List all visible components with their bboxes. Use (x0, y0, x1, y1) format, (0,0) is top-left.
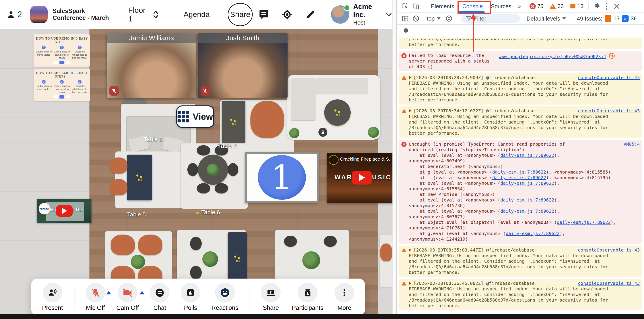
expand-arrow-icon[interactable] (409, 282, 411, 285)
message-text: FIREBASE WARNING: Using an unspecified i… (409, 253, 618, 275)
console-source-link[interactable]: consoleObservable.ts:43 (578, 75, 640, 80)
console-message-warning[interactable]: [2026-03-20T08:36:45.082Z] @firebase/dat… (398, 279, 642, 310)
console-settings-gear-icon[interactable] (402, 27, 409, 34)
chat-button[interactable]: Chat (150, 283, 170, 312)
console-message-warning[interactable]: [2026-03-20T08:35:03.447Z] @firebase/dat… (398, 246, 642, 277)
view-button[interactable]: View (176, 105, 214, 128)
table-label[interactable]: Table 1 (144, 136, 162, 143)
share-button[interactable]: Share (228, 10, 252, 19)
polls-button[interactable]: Polls (181, 283, 200, 312)
more-button[interactable]: More (334, 283, 354, 312)
mic-muted-badge (109, 86, 119, 96)
expand-arrow-icon[interactable] (409, 76, 411, 79)
tab-sources[interactable]: Sources (487, 0, 516, 13)
issue-icon (570, 3, 576, 9)
plant (302, 251, 320, 269)
console-source-link[interactable]: daily-esm.js:7:89622 (506, 231, 560, 236)
issues-count-badge[interactable]: 13 (570, 3, 584, 9)
present-button[interactable]: Present (42, 283, 63, 312)
device-toolbar-icon[interactable] (412, 3, 420, 10)
chair (138, 235, 162, 255)
console-source-link[interactable]: daily-esm.js:7:89622 (492, 175, 546, 180)
floor-selector[interactable]: Floor 1 (122, 6, 165, 23)
youtube-play-button[interactable] (352, 171, 372, 185)
settings-gear-icon[interactable] (593, 3, 600, 10)
device-options-caret[interactable] (106, 291, 111, 295)
console-source-link[interactable]: daily-esm.js:7:89622 (500, 181, 554, 186)
youtube-embed-remo[interactable]: How to use Re... remo (37, 199, 92, 223)
console-message-warning[interactable]: [2026-03-20T08:34:12.022Z] @firebase/dat… (398, 106, 642, 138)
context-selector[interactable]: top (427, 15, 435, 22)
reactions-button[interactable]: Reactions (212, 283, 238, 312)
locked-area-indicator (318, 128, 327, 137)
table-label[interactable]: Table 2 (218, 143, 237, 149)
window-bottom-edge (0, 314, 644, 319)
console-output[interactable]: /BroadcastQA/646acaa64ad94e28b588c37d/qu… (397, 37, 644, 314)
floor-map[interactable]: HOW TO USE REMO IN 3 EASY STEPS... 1Doub… (0, 29, 392, 314)
console-source-link[interactable]: daily-esm.js:7:89622 (557, 220, 611, 225)
mic-off-button[interactable]: Mic Off (86, 283, 105, 312)
console-source-link[interactable]: daily-esm.js:7:89622 (500, 197, 554, 203)
whiteboard[interactable]: 1 (245, 152, 319, 203)
error-count-badge[interactable]: 75 (529, 3, 544, 9)
toolbar-label: Reactions (212, 305, 238, 312)
error-icon (529, 3, 536, 9)
console-source-link[interactable]: www.googleapis.com/y…bzlbKevWXwB3aOK2k:1 (499, 54, 606, 59)
participants-button[interactable]: Participants (292, 283, 323, 312)
video-tile[interactable]: Josh Smith (198, 33, 288, 98)
poster-mini-icons (35, 95, 88, 99)
close-devtools-icon[interactable] (613, 3, 620, 10)
screen: 2 SalesSpark Conference - March Floor 1 … (0, 0, 644, 319)
console-message-warning[interactable]: [2026-03-20T08:28:23.909Z] @firebase/dat… (398, 73, 642, 105)
cam-off-button[interactable]: Cam Off (116, 283, 139, 312)
message-content: [2026-03-20T08:35:03.447Z] @firebase/dat… (409, 247, 640, 275)
decor-table (222, 101, 245, 149)
console-source-link[interactable]: consoleObservable.ts:43 (578, 247, 640, 253)
console-prompt[interactable] (397, 312, 644, 314)
mic-off-icon (111, 88, 117, 94)
youtube-play-button[interactable] (56, 205, 73, 217)
console-message-error-stack[interactable]: Uncaught (in promise) TypeError: Cannot … (398, 140, 642, 244)
participant-count[interactable]: 2 (7, 10, 22, 19)
video-tile[interactable]: Jamie Williams (107, 33, 196, 98)
table-label[interactable]: Table 5 (127, 211, 146, 218)
inspect-element-icon[interactable] (402, 3, 409, 10)
page-scrollbar[interactable] (392, 0, 396, 314)
console-source-link[interactable]: VM85:4 (624, 141, 640, 147)
tab-elements[interactable]: Elements (427, 0, 458, 13)
issues-badge-icon (605, 15, 611, 22)
more-tabs-button[interactable]: » (516, 3, 524, 10)
console-message-warn-clipped[interactable]: /BroadcastQA/646acaa64ad94e28b588c37d/qu… (398, 37, 642, 49)
device-options-caret[interactable] (140, 291, 144, 295)
console-source-link[interactable]: daily-esm.js:7:89622 (492, 169, 546, 175)
poster-step: 1Double click to move tables (35, 45, 52, 59)
console-source-link[interactable]: daily-esm.js:7:89622 (500, 153, 554, 158)
warning-count-badge[interactable]: 33 (549, 3, 564, 9)
notes-icon[interactable] (258, 9, 270, 20)
kebab-menu-icon[interactable] (604, 3, 610, 10)
account-menu[interactable]: Acme Inc. Host (331, 3, 392, 26)
table-label[interactable]: Table 6 (195, 209, 220, 216)
message-text: Uncaught (in promise) TypeError: Cannot … (409, 141, 579, 153)
clear-console-icon[interactable] (412, 15, 420, 22)
console-message-error-net[interactable]: Failed to load resource: the server resp… (398, 51, 642, 71)
console-source-link[interactable]: consoleObservable.ts:43 (578, 108, 640, 114)
chair (111, 235, 135, 255)
console-source-link[interactable]: consoleObservable.ts:43 (578, 281, 640, 286)
log-levels-dropdown[interactable]: Default levels (526, 15, 566, 22)
issues-summary[interactable]: 49 Issues: 13 36 (577, 15, 636, 22)
console-source-link[interactable]: daily-esm.js:7:89622 (500, 208, 554, 214)
locate-icon[interactable] (281, 9, 293, 20)
edit-pencil-icon[interactable] (304, 9, 316, 20)
expand-arrow-icon[interactable] (409, 109, 411, 113)
share-screen-button[interactable]: Share (261, 283, 281, 312)
console-sidebar-icon[interactable] (402, 15, 409, 22)
agenda-button[interactable]: Agenda (173, 10, 220, 19)
chair (197, 183, 210, 193)
expand-arrow-icon[interactable] (409, 248, 411, 252)
live-expression-eye-icon[interactable] (446, 15, 452, 22)
caret-down-icon (437, 17, 440, 20)
event-logo[interactable] (30, 6, 48, 23)
youtube-embed-cafe[interactable]: Crackling Fireplace & S... WARM MUSIC (327, 153, 392, 203)
toolbar-label: Share (263, 305, 279, 312)
